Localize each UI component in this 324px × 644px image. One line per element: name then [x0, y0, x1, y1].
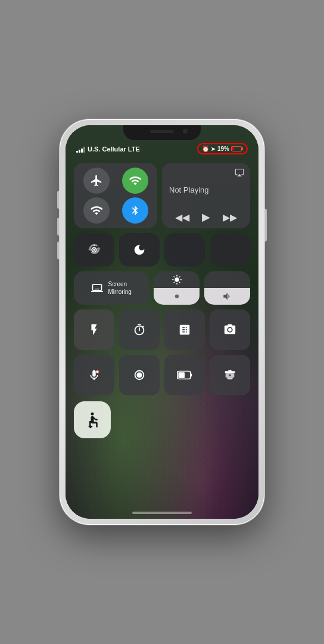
front-camera — [183, 129, 188, 134]
svg-rect-11 — [225, 371, 235, 372]
volume-control-bottom — [204, 288, 250, 305]
battery-body — [231, 146, 242, 151]
unknown-control-2[interactable] — [210, 233, 250, 267]
brightness-control-bottom — [154, 288, 200, 305]
brightness-control-top — [154, 271, 200, 288]
battery-alarm-area: ⏰ ➤ 19% — [197, 143, 248, 154]
svg-point-4 — [96, 371, 99, 373]
svg-rect-9 — [191, 374, 192, 377]
rotation-lock-button[interactable] — [74, 233, 114, 267]
notch — [123, 125, 201, 140]
media-player-tile[interactable]: Not Playing ◀◀ ▶ ▶▶ — [162, 163, 250, 228]
volume-slider-tile[interactable] — [204, 271, 250, 305]
mid-row — [74, 233, 250, 267]
unknown-control-1[interactable] — [164, 233, 205, 267]
svg-rect-13 — [228, 370, 232, 371]
battery-percent: 19% — [217, 145, 229, 152]
signal-bar-3 — [81, 148, 83, 153]
svg-point-15 — [91, 413, 94, 416]
control-center-content: Not Playing ◀◀ ▶ ▶▶ — [66, 158, 258, 507]
svg-rect-8 — [178, 372, 185, 378]
accessibility-row — [74, 400, 250, 438]
battery-fill — [232, 147, 234, 150]
screen-mirror-label: ScreenMirroring — [108, 280, 131, 296]
accessibility-button[interactable] — [74, 401, 111, 438]
airplane-mode-button[interactable] — [83, 168, 110, 194]
brightness-slider-tile[interactable] — [154, 271, 200, 305]
phone-frame: U.S. Cellular LTE ⏰ ➤ 19% — [60, 119, 264, 525]
bluetooth-button[interactable] — [122, 197, 148, 224]
signal-bar-2 — [79, 150, 80, 153]
screen-mirror-row: ScreenMirroring — [74, 271, 250, 305]
control-center-screen: U.S. Cellular LTE ⏰ ➤ 19% — [66, 125, 258, 519]
carrier-info: U.S. Cellular LTE — [76, 145, 140, 153]
svg-rect-14 — [229, 374, 231, 376]
timer-button[interactable] — [119, 309, 160, 350]
voice-memos-button[interactable] — [74, 355, 114, 395]
screen-mirror-icon — [91, 282, 103, 294]
battery-tip — [242, 147, 243, 150]
top-row: Not Playing ◀◀ ▶ ▶▶ — [74, 163, 250, 228]
carrier-name: U.S. Cellular LTE — [88, 145, 140, 153]
home-indicator — [66, 507, 258, 519]
cellular-button[interactable] — [83, 197, 110, 224]
do-not-disturb-button[interactable] — [119, 233, 160, 267]
wifi-button[interactable] — [122, 168, 148, 194]
not-playing-label: Not Playing — [169, 171, 243, 208]
connectivity-tile[interactable] — [74, 163, 157, 228]
svg-rect-1 — [94, 244, 95, 246]
low-power-mode-button[interactable] — [164, 355, 205, 395]
alarm-icon: ⏰ — [202, 145, 209, 152]
camera-button[interactable] — [210, 309, 250, 350]
apps-row-2 — [74, 355, 250, 395]
speaker-grille — [150, 130, 174, 133]
previous-button[interactable]: ◀◀ — [175, 212, 189, 223]
flashlight-button[interactable] — [74, 309, 114, 350]
phone-screen: U.S. Cellular LTE ⏰ ➤ 19% — [66, 125, 258, 519]
apps-row-1 — [74, 309, 250, 350]
location-icon: ➤ — [211, 146, 216, 152]
signal-bar-1 — [76, 151, 78, 153]
signal-strength — [76, 145, 85, 153]
calculator-button[interactable] — [164, 309, 205, 350]
svg-point-0 — [93, 249, 95, 251]
svg-point-2 — [228, 328, 232, 332]
svg-point-6 — [136, 372, 142, 377]
battery-icon — [231, 146, 243, 151]
media-controls: ◀◀ ▶ ▶▶ — [169, 210, 243, 224]
signal-bar-4 — [83, 147, 85, 153]
home-bar — [132, 512, 192, 514]
volume-control-top — [204, 271, 250, 288]
airplay-icon[interactable] — [235, 168, 244, 179]
screen-mirror-button[interactable]: ScreenMirroring — [74, 271, 149, 305]
next-button[interactable]: ▶▶ — [223, 212, 237, 223]
sleep-button[interactable] — [210, 355, 250, 395]
screen-record-button[interactable] — [119, 355, 160, 395]
play-button[interactable]: ▶ — [202, 210, 210, 224]
